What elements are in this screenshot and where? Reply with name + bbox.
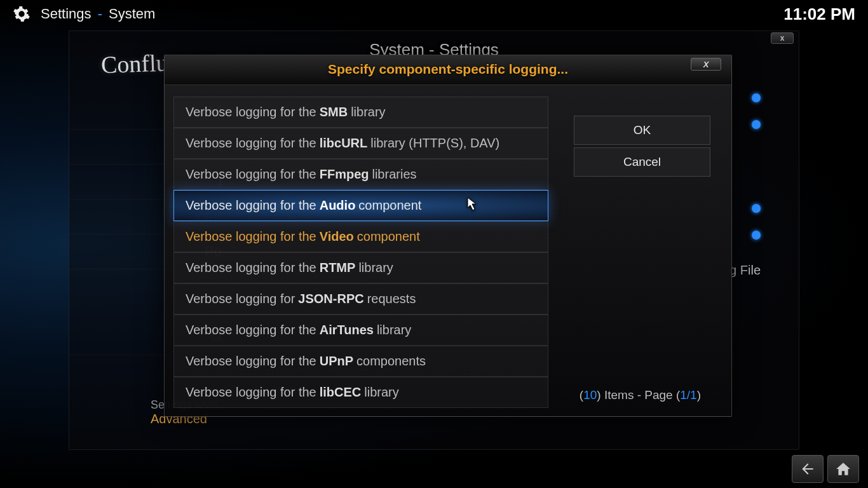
- bg-options: [752, 85, 761, 248]
- topbar: Settings - System 11:02 PM: [0, 0, 868, 28]
- logging-option[interactable]: Verbose logging for the FFmpeg libraries: [173, 159, 548, 190]
- breadcrumb-sep: -: [98, 6, 102, 22]
- breadcrumb-root: Settings: [41, 6, 92, 22]
- main-close-button[interactable]: x: [771, 32, 794, 44]
- bottom-nav: [792, 455, 859, 483]
- logging-option[interactable]: Verbose logging for the Audio component: [173, 190, 548, 221]
- back-button[interactable]: [792, 455, 824, 483]
- radio-icon[interactable]: [752, 231, 761, 240]
- logging-option[interactable]: Verbose logging for the UPnP components: [173, 346, 548, 377]
- logging-option[interactable]: Verbose logging for the libcURL library …: [173, 128, 548, 159]
- logging-option[interactable]: Verbose logging for the libCEC library: [173, 377, 548, 408]
- cancel-button[interactable]: Cancel: [574, 147, 710, 177]
- clock: 11:02 PM: [783, 4, 855, 24]
- dialog-title: Specify component-specific logging...: [165, 55, 731, 85]
- logging-option[interactable]: Verbose logging for JSON-RPC requests: [173, 283, 548, 315]
- logging-dialog: X Specify component-specific logging... …: [164, 55, 732, 417]
- ok-button[interactable]: OK: [574, 116, 710, 145]
- radio-icon[interactable]: [752, 204, 761, 213]
- dialog-close-button[interactable]: X: [691, 58, 721, 71]
- logging-option[interactable]: Verbose logging for the Video component: [173, 221, 548, 252]
- breadcrumb[interactable]: Settings - System: [41, 6, 155, 22]
- logging-option[interactable]: Verbose logging for the AirTunes library: [173, 315, 548, 346]
- radio-icon[interactable]: [752, 120, 761, 129]
- home-button[interactable]: [827, 455, 859, 483]
- radio-icon[interactable]: [752, 93, 761, 102]
- gear-icon: [13, 5, 31, 23]
- option-list: Verbose logging for the SMB libraryVerbo…: [173, 97, 548, 408]
- pager: (10) Items - Page (1/1): [580, 388, 701, 402]
- logging-option[interactable]: Verbose logging for the RTMP library: [173, 252, 548, 283]
- cursor-icon: [467, 197, 480, 211]
- bg-file-label: g File: [729, 263, 761, 278]
- logging-option[interactable]: Verbose logging for the SMB library: [173, 97, 548, 128]
- breadcrumb-leaf: System: [109, 6, 155, 22]
